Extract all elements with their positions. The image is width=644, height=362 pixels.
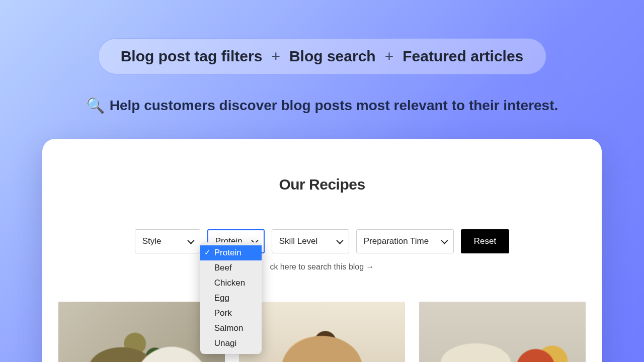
skill-level-select[interactable]: Skill Level [272,229,349,253]
protein-option[interactable]: Unagi [200,336,262,351]
chevron-down-icon [441,237,448,244]
arrow-right-icon: → [366,262,374,271]
app-preview-card: Our Recipes Style Protein ProteinBeefChi… [42,139,602,362]
search-blog-link[interactable]: ck here to search this blog → [42,262,602,272]
protein-option[interactable]: Protein [200,245,262,260]
skill-level-select-label: Skill Level [279,236,318,246]
pill-feature-a: Blog post tag filters [121,48,263,65]
filter-bar: Style Protein ProteinBeefChickenEggPorkS… [42,229,602,253]
style-select[interactable]: Style [135,229,200,253]
protein-option[interactable]: Beef [200,260,262,276]
prep-time-select[interactable]: Preparation Time [356,229,454,253]
reset-button[interactable]: Reset [461,229,509,253]
pill-plus-2: + [385,48,394,65]
tagline: 🔍 Help customers discover blog posts mos… [86,97,558,114]
page-title: Our Recipes [42,176,602,193]
chevron-down-icon [336,237,343,244]
magnifier-icon: 🔍 [86,97,105,114]
chevron-down-icon [187,237,194,244]
pill-feature-c: Featured articles [403,48,523,65]
article-thumbnail[interactable] [239,302,406,362]
article-thumbnail[interactable] [419,302,586,362]
protein-option[interactable]: Chicken [200,276,262,291]
pill-plus-1: + [271,48,280,65]
protein-select[interactable]: Protein ProteinBeefChickenEggPorkSalmonU… [207,229,265,253]
protein-option[interactable]: Egg [200,291,262,306]
search-blog-text: ck here to search this blog [270,262,364,271]
prep-time-select-label: Preparation Time [364,236,429,246]
feature-pill: Blog post tag filters + Blog search + Fe… [98,38,546,74]
protein-dropdown: ProteinBeefChickenEggPorkSalmonUnagi [200,242,262,354]
protein-option[interactable]: Pork [200,306,262,321]
tagline-text: Help customers discover blog posts most … [110,98,558,114]
pill-feature-b: Blog search [289,48,376,65]
protein-option[interactable]: Salmon [200,321,262,336]
article-thumbnails [58,302,586,362]
style-select-label: Style [142,236,162,246]
